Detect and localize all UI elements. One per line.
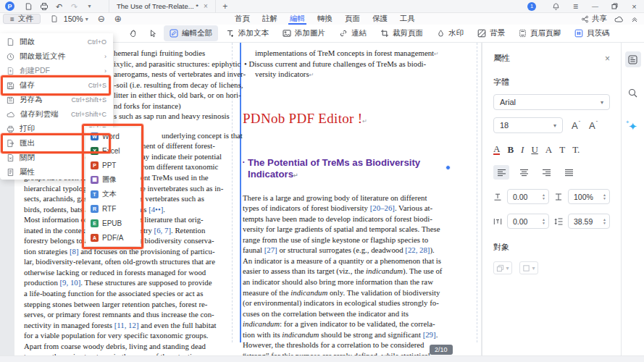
tab-close-icon[interactable]: × — [204, 2, 208, 10]
close-button[interactable]: × — [624, 0, 644, 13]
font-color-button[interactable]: A — [493, 145, 500, 155]
word-spacing-input[interactable]: 0.00▲▼ — [507, 214, 549, 229]
stepper-icons[interactable]: ▲▼ — [603, 193, 606, 200]
export-ppt[interactable]: PPPT — [85, 158, 141, 172]
pdf-editor-window: P ↶ ↷ ▾ The Use of Tree-Relate... * × + … — [0, 0, 644, 362]
doc-line: However, the thresholds for a correlatio… — [243, 340, 456, 350]
zoom-in-icon[interactable]: ⊕ — [114, 14, 122, 24]
menu-item-save[interactable]: 儲存Ctrl+S — [0, 78, 113, 93]
export-excel[interactable]: XExcel — [85, 143, 141, 158]
export-pdfa[interactable]: APDF/A — [85, 230, 141, 245]
tab-protect[interactable]: 保護 — [371, 13, 389, 25]
char-spacing-input[interactable]: 0.00▲▼ — [507, 189, 549, 204]
right-text-column[interactable]: implementations of TreM concepts in fore… — [243, 48, 456, 355]
italic-button[interactable]: I — [521, 144, 524, 156]
share-button[interactable]: 共享 — [581, 14, 607, 24]
menu-icon[interactable]: ≡ — [566, 0, 585, 13]
menu-item-save-to-cloud[interactable]: 儲存到雲端Ctrl+Shift+C — [0, 107, 113, 122]
toolbar-more-icon[interactable]: ▾ — [82, 0, 97, 13]
background-icon — [477, 29, 486, 38]
align-center-button[interactable] — [516, 165, 532, 180]
link-button[interactable]: 連結 — [333, 25, 372, 41]
header-footer-button[interactable]: 頁眉頁腳 — [513, 25, 566, 41]
export-rtf[interactable]: RRTF — [85, 201, 141, 216]
export-image[interactable]: ▦圖像 — [85, 172, 141, 187]
add-text-icon — [226, 29, 235, 38]
header-footer-label: 頁眉頁腳 — [530, 28, 561, 38]
page-fit-icon[interactable] — [51, 14, 58, 23]
zoom-dropdown-icon[interactable]: ▾ — [85, 16, 88, 22]
minimize-button[interactable]: — — [585, 0, 605, 13]
menu-item-open[interactable]: 開啟Ctrl+O — [0, 35, 113, 49]
collapse-toolbar-icon[interactable] — [631, 15, 638, 22]
edit-all-button[interactable]: 編輯全部 — [164, 25, 218, 41]
notification-badge[interactable]: 1 — [527, 2, 536, 11]
cloud-icon[interactable] — [614, 15, 624, 23]
font-size-select[interactable]: 18▾ — [493, 117, 563, 133]
strikethrough-button[interactable]: A — [545, 144, 552, 156]
tab-page[interactable]: 頁面 — [343, 13, 361, 25]
zoom-level-value[interactable]: 150% — [64, 14, 83, 23]
undo-icon[interactable]: ↶ — [51, 0, 67, 13]
object-align-button[interactable]: ▾ — [519, 261, 538, 274]
superscript-button[interactable]: T — [559, 144, 565, 156]
line-height-input[interactable]: 38.59▲▼ — [568, 214, 610, 229]
crop-page-button[interactable]: 裁剪頁面 — [375, 25, 429, 41]
section-heading-line2: Indicators↵ — [243, 169, 456, 182]
tab-edit[interactable]: 編輯 — [288, 13, 306, 25]
align-left-button[interactable] — [493, 165, 509, 180]
subscript-button[interactable]: T. — [572, 144, 580, 156]
watermark-button[interactable]: 水印 — [431, 25, 469, 41]
properties-icon — [7, 168, 14, 177]
hand-tool-button[interactable] — [125, 26, 142, 41]
stepper-icons[interactable]: ▲▼ — [542, 218, 545, 224]
doc-line: indicandum: for a given indicator to be … — [243, 319, 456, 329]
crop-page-label: 裁剪頁面 — [393, 28, 423, 38]
decrease-font-size-button[interactable]: Aˇ — [589, 120, 598, 131]
export-epub[interactable]: EEPUB — [85, 216, 141, 230]
properties-rail-button[interactable] — [625, 51, 641, 67]
redo-icon[interactable]: ↷ — [67, 0, 82, 13]
titlebar-right: 1 ≡ — × — [527, 0, 644, 13]
align-right-button[interactable] — [538, 165, 554, 180]
export-word[interactable]: WWord — [85, 129, 141, 143]
horizontal-scale-input[interactable]: 100%▲▼ — [568, 189, 610, 204]
export-text[interactable]: T文本 — [85, 187, 141, 201]
bold-button[interactable]: B — [507, 144, 514, 156]
add-text-button[interactable]: 添加文本 — [220, 25, 275, 41]
print-icon[interactable] — [36, 2, 51, 11]
tab-annotate[interactable]: 註解 — [261, 13, 279, 25]
object-arrange-button[interactable]: ▾ — [493, 261, 512, 274]
document-tab[interactable]: The Use of Tree-Relate... * × — [109, 0, 216, 13]
background-button[interactable]: 背景 — [472, 25, 511, 41]
underline-button[interactable]: U — [531, 144, 538, 156]
bell-icon[interactable] — [546, 2, 566, 11]
font-family-select[interactable]: Arial▾ — [493, 94, 610, 110]
select-tool-button[interactable] — [144, 26, 162, 41]
tab-convert[interactable]: 轉換 — [316, 13, 334, 25]
create-pdf-icon — [7, 67, 14, 75]
bates-number-button[interactable]: 貝茨碼 — [569, 25, 616, 41]
save-file-icon[interactable] — [21, 2, 36, 11]
edit-pencil-icon — [170, 29, 178, 38]
file-menu-button[interactable]: ≡ 文件 — [3, 14, 41, 24]
new-tab-button[interactable]: + — [216, 1, 235, 12]
stepper-icons[interactable]: ▲▼ — [542, 193, 545, 200]
tab-tools[interactable]: 工具 — [398, 13, 417, 25]
ai-sparkle-icon[interactable]: ✦✦ — [625, 118, 641, 134]
panel-close-icon[interactable]: × — [605, 54, 610, 64]
menu-item-open-recent[interactable]: 開啟最近文件› — [0, 49, 113, 64]
add-image-button[interactable]: 添加圖片 — [277, 25, 331, 41]
doc-line: versity for large gradients of spatial a… — [243, 224, 456, 235]
restore-button[interactable] — [605, 3, 624, 9]
tab-home[interactable]: 首頁 — [233, 13, 251, 25]
menu-item-create-pdf[interactable]: 創建PDF› — [0, 64, 113, 78]
titlebar: P ↶ ↷ ▾ The Use of Tree-Relate... * × + … — [0, 0, 644, 13]
align-justify-button[interactable] — [561, 165, 577, 180]
doc-line: range from the use of single keystone or… — [243, 235, 456, 245]
search-icon[interactable] — [625, 85, 641, 101]
increase-font-size-button[interactable]: Aˆ — [572, 120, 580, 131]
menu-item-save-as[interactable]: 另存為Ctrl+Shift+S — [0, 93, 113, 107]
zoom-out-icon[interactable]: ⊖ — [98, 14, 105, 24]
stepper-icons[interactable]: ▲▼ — [603, 218, 606, 224]
